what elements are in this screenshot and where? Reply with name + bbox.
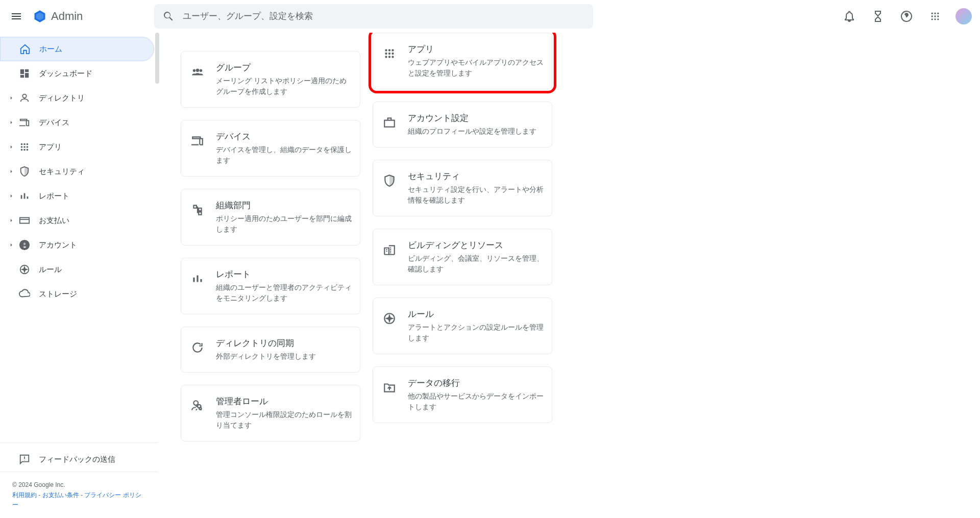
card-description: 外部ディレクトリを管理します bbox=[216, 351, 316, 362]
person-icon bbox=[18, 92, 31, 104]
groups-icon bbox=[189, 64, 206, 80]
search-input[interactable] bbox=[183, 11, 585, 21]
card-analytics[interactable]: レポート 組織のユーザーと管理者のアクティビティをモニタリングします bbox=[181, 258, 360, 314]
home-icon bbox=[19, 43, 31, 55]
sidebar-item-label: ルール bbox=[39, 265, 62, 275]
main-menu-button[interactable] bbox=[4, 4, 29, 29]
org-icon bbox=[189, 202, 206, 218]
apps-icon bbox=[18, 141, 31, 153]
help-icon bbox=[900, 10, 913, 22]
card-migrate[interactable]: データの移行 他の製品やサービスからデータをインポートします bbox=[373, 366, 552, 423]
card-briefcase[interactable]: アカウント設定 組織のプロフィールや設定を管理します bbox=[373, 102, 552, 147]
apps-grid-icon bbox=[930, 11, 940, 21]
rules-icon bbox=[18, 263, 31, 276]
account-avatar[interactable] bbox=[955, 8, 972, 24]
sidebar-item-payment[interactable]: お支払い bbox=[0, 208, 158, 233]
card-title: デバイス bbox=[216, 131, 352, 142]
card-security[interactable]: セキュリティ セキュリティ設定を行い、アラートや分析情報を確認します bbox=[373, 160, 552, 216]
storage-icon bbox=[18, 288, 31, 300]
sidebar-item-apps[interactable]: アプリ bbox=[0, 135, 158, 159]
chevron-right-icon bbox=[6, 94, 16, 102]
card-title: ルール bbox=[408, 308, 544, 320]
card-description: 組織のユーザーと管理者のアクティビティをモニタリングします bbox=[216, 282, 352, 304]
hourglass-icon bbox=[872, 10, 884, 22]
sidebar-scrollbar[interactable] bbox=[155, 33, 159, 84]
sidebar-item-rules[interactable]: ルール bbox=[0, 257, 158, 282]
analytics-icon bbox=[18, 190, 31, 202]
feedback-link[interactable]: フィードバックの送信 bbox=[0, 447, 158, 472]
sidebar-item-account[interactable]: アカウント bbox=[0, 233, 158, 257]
sidebar-item-security[interactable]: セキュリティ bbox=[0, 159, 158, 184]
card-title: グループ bbox=[216, 62, 352, 73]
card-description: セキュリティ設定を行い、アラートや分析情報を確認します bbox=[408, 184, 544, 206]
sidebar-item-dashboard[interactable]: ダッシュボード bbox=[0, 61, 158, 86]
card-description: ウェブアプリやモバイルアプリのアクセスと設定を管理します bbox=[408, 57, 544, 79]
sidebar-item-label: アプリ bbox=[39, 142, 62, 152]
sidebar-item-label: ストレージ bbox=[39, 289, 77, 299]
analytics-icon bbox=[189, 270, 206, 287]
chevron-right-icon bbox=[6, 241, 16, 249]
devices-icon bbox=[18, 116, 31, 129]
apps-icon bbox=[381, 45, 398, 62]
card-admin[interactable]: 管理者ロール 管理コンソール権限設定のためロールを割り当てます bbox=[181, 385, 360, 441]
tasks-button[interactable] bbox=[866, 4, 890, 29]
sidebar-item-label: ホーム bbox=[39, 44, 62, 54]
sidebar-item-label: ダッシュボード bbox=[39, 69, 92, 79]
card-title: アプリ bbox=[408, 43, 544, 55]
logo[interactable]: Admin bbox=[33, 9, 83, 23]
footer-link[interactable]: お支払い条件 bbox=[42, 491, 79, 499]
sidebar-item-label: アカウント bbox=[39, 240, 77, 250]
admin-logo-icon bbox=[33, 9, 47, 23]
main-content: グループ メーリング リストやポリシー適用のためグループを作成します デバイス … bbox=[158, 33, 980, 518]
sidebar-item-storage[interactable]: ストレージ bbox=[0, 282, 158, 306]
sidebar-item-home[interactable]: ホーム bbox=[0, 37, 154, 61]
sidebar-item-analytics[interactable]: レポート bbox=[0, 184, 158, 208]
sidebar-footer: © 2024 Google Inc. 利用規約 - お支払い条件 - プライバシ… bbox=[0, 472, 158, 518]
notifications-button[interactable] bbox=[837, 4, 862, 29]
search-box[interactable] bbox=[154, 4, 593, 29]
sync-icon bbox=[189, 339, 206, 356]
sidebar-item-label: デバイス bbox=[39, 118, 69, 128]
logo-text: Admin bbox=[51, 10, 83, 23]
card-title: レポート bbox=[216, 268, 352, 280]
sidebar-item-devices[interactable]: デバイス bbox=[0, 110, 158, 135]
bell-icon bbox=[843, 10, 855, 22]
card-title: 管理者ロール bbox=[216, 396, 352, 407]
card-sync[interactable]: ディレクトリの同期 外部ディレクトリを管理します bbox=[181, 327, 360, 373]
devices-icon bbox=[189, 133, 206, 149]
card-apps[interactable]: アプリ ウェブアプリやモバイルアプリのアクセスと設定を管理します bbox=[373, 33, 552, 89]
card-description: 組織のプロフィールや設定を管理します bbox=[408, 126, 536, 137]
admin-icon bbox=[189, 398, 206, 414]
chevron-right-icon bbox=[6, 168, 16, 175]
card-description: 他の製品やサービスからデータをインポートします bbox=[408, 391, 544, 412]
card-title: アカウント設定 bbox=[408, 112, 536, 124]
card-groups[interactable]: グループ メーリング リストやポリシー適用のためグループを作成します bbox=[181, 51, 360, 108]
card-description: アラートとアクションの設定ルールを管理します bbox=[408, 322, 544, 343]
card-title: セキュリティ bbox=[408, 170, 544, 182]
security-icon bbox=[381, 172, 398, 189]
search-icon bbox=[162, 10, 175, 22]
card-title: ビルディングとリソース bbox=[408, 239, 544, 251]
sidebar-item-label: お支払い bbox=[39, 216, 69, 226]
briefcase-icon bbox=[381, 114, 398, 131]
copyright-text: © 2024 Google Inc. bbox=[12, 480, 146, 490]
card-rules[interactable]: ルール アラートとアクションの設定ルールを管理します bbox=[373, 298, 552, 354]
header: Admin bbox=[0, 0, 980, 33]
card-devices[interactable]: デバイス デバイスを管理し、組織のデータを保護します bbox=[181, 120, 360, 177]
chevron-right-icon bbox=[6, 217, 16, 224]
app-launcher-button[interactable] bbox=[923, 4, 947, 29]
card-description: デバイスを管理し、組織のデータを保護します bbox=[216, 144, 352, 166]
card-building[interactable]: ビルディングとリソース ビルディング、会議室、リソースを管理、確認します bbox=[373, 229, 552, 285]
chevron-right-icon bbox=[6, 143, 16, 151]
help-button[interactable] bbox=[894, 4, 919, 29]
card-description: メーリング リストやポリシー適用のためグループを作成します bbox=[216, 76, 352, 97]
card-title: データの移行 bbox=[408, 377, 544, 389]
sidebar: ホーム ダッシュボード ディレクトリ デバイス アプリ セキュリティ レポート … bbox=[0, 33, 158, 518]
card-description: ポリシー適用のためユーザーを部門に編成します bbox=[216, 213, 352, 235]
feedback-label: フィードバックの送信 bbox=[39, 455, 115, 464]
footer-link[interactable]: 利用規約 bbox=[12, 491, 37, 499]
card-org[interactable]: 組織部門 ポリシー適用のためユーザーを部門に編成します bbox=[181, 189, 360, 245]
card-description: ビルディング、会議室、リソースを管理、確認します bbox=[408, 253, 544, 275]
sidebar-item-person[interactable]: ディレクトリ bbox=[0, 86, 158, 110]
rules-icon bbox=[381, 310, 398, 327]
